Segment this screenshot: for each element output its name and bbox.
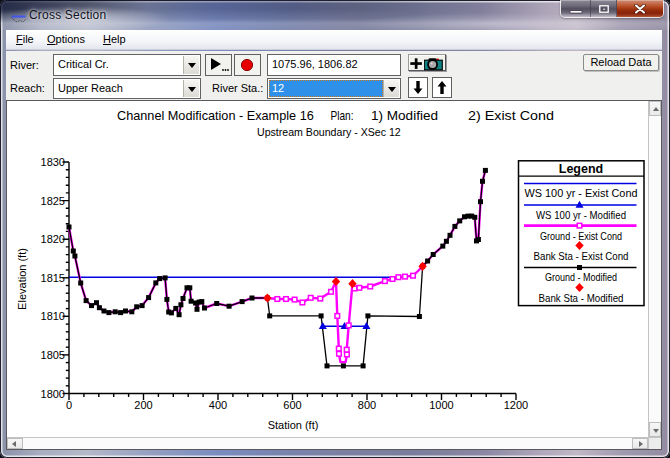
svg-text:Plan:: Plan:	[331, 109, 354, 123]
svg-text:1825: 1825	[41, 195, 65, 207]
svg-text:Ground - Exist Cond: Ground - Exist Cond	[540, 230, 622, 242]
svg-text:200: 200	[134, 399, 152, 411]
svg-text:1820: 1820	[41, 233, 65, 245]
svg-text:1) Modified: 1) Modified	[371, 109, 438, 123]
svg-text:1815: 1815	[41, 272, 65, 284]
svg-text:600: 600	[283, 399, 301, 411]
svg-text:Ground - Modified: Ground - Modified	[545, 271, 617, 283]
svg-text:Bank Sta - Modified: Bank Sta - Modified	[539, 292, 624, 304]
svg-text:2) Exist Cond: 2) Exist Cond	[468, 109, 554, 123]
svg-text:0: 0	[66, 399, 72, 411]
svg-text:Elevation (ft): Elevation (ft)	[16, 248, 28, 310]
svg-text:Station (ft): Station (ft)	[268, 419, 319, 431]
svg-text:1800: 1800	[41, 388, 65, 400]
svg-text:1000: 1000	[429, 399, 453, 411]
svg-text:1805: 1805	[41, 349, 65, 361]
svg-text:Legend: Legend	[559, 162, 603, 176]
svg-text:Bank Sta - Exist Cond: Bank Sta - Exist Cond	[534, 250, 629, 262]
svg-text:Channel Modification - Example: Channel Modification - Example 16	[117, 109, 314, 123]
svg-text:400: 400	[209, 399, 227, 411]
svg-text:Upstream Boundary - XSec 12: Upstream Boundary - XSec 12	[257, 126, 401, 138]
svg-text:1810: 1810	[41, 310, 65, 322]
svg-text:WS 100 yr - Exist Cond: WS 100 yr - Exist Cond	[525, 187, 638, 199]
svg-text:1200: 1200	[504, 399, 528, 411]
svg-text:1830: 1830	[41, 156, 65, 168]
svg-text:WS 100 yr - Modified: WS 100 yr - Modified	[536, 209, 626, 221]
svg-text:800: 800	[358, 399, 376, 411]
